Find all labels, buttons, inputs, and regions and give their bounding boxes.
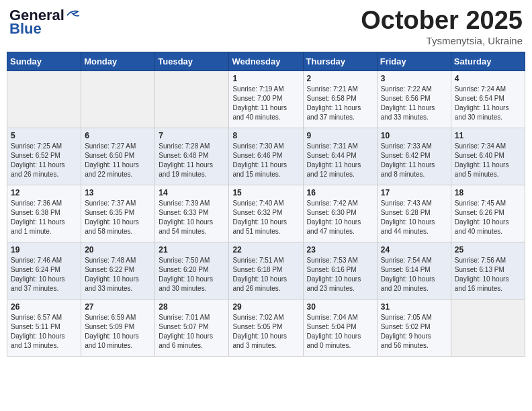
calendar-week-4: 19Sunrise: 7:46 AM Sunset: 6:24 PM Dayli…: [7, 242, 525, 299]
day-info: Sunrise: 7:02 AM Sunset: 5:05 PM Dayligh…: [232, 313, 299, 351]
day-info: Sunrise: 7:33 AM Sunset: 6:42 PM Dayligh…: [381, 142, 447, 179]
day-info: Sunrise: 7:42 AM Sunset: 6:30 PM Dayligh…: [307, 199, 373, 236]
day-number: 25: [455, 245, 521, 255]
day-info: Sunrise: 7:21 AM Sunset: 6:58 PM Dayligh…: [307, 85, 373, 122]
day-number: 28: [159, 302, 225, 312]
calendar-cell: 24Sunrise: 7:54 AM Sunset: 6:14 PM Dayli…: [377, 242, 451, 299]
day-number: 19: [11, 245, 77, 255]
day-info: Sunrise: 7:01 AM Sunset: 5:07 PM Dayligh…: [159, 313, 225, 351]
weekday-header-sunday: Sunday: [7, 52, 81, 71]
calendar-cell: [7, 71, 81, 128]
day-number: 18: [455, 188, 521, 197]
calendar-cell: 13Sunrise: 7:37 AM Sunset: 6:35 PM Dayli…: [81, 185, 155, 242]
title-block: October 2025 Tysmenytsia, Ukraine: [361, 7, 523, 46]
calendar-cell: 7Sunrise: 7:28 AM Sunset: 6:48 PM Daylig…: [155, 128, 229, 185]
day-info: Sunrise: 7:31 AM Sunset: 6:44 PM Dayligh…: [307, 142, 373, 179]
calendar-cell: 28Sunrise: 7:01 AM Sunset: 5:07 PM Dayli…: [155, 299, 229, 356]
calendar-cell: 2Sunrise: 7:21 AM Sunset: 6:58 PM Daylig…: [303, 71, 377, 128]
calendar-week-2: 5Sunrise: 7:25 AM Sunset: 6:52 PM Daylig…: [7, 128, 525, 185]
weekday-header-saturday: Saturday: [451, 52, 525, 71]
calendar-cell: 17Sunrise: 7:43 AM Sunset: 6:28 PM Dayli…: [377, 185, 451, 242]
day-number: 1: [232, 74, 299, 83]
day-number: 3: [381, 74, 447, 83]
day-info: Sunrise: 7:25 AM Sunset: 6:52 PM Dayligh…: [11, 142, 77, 179]
day-info: Sunrise: 7:43 AM Sunset: 6:28 PM Dayligh…: [381, 199, 447, 236]
calendar-cell: 8Sunrise: 7:30 AM Sunset: 6:46 PM Daylig…: [229, 128, 303, 185]
day-number: 24: [381, 245, 447, 255]
calendar-cell: 11Sunrise: 7:34 AM Sunset: 6:40 PM Dayli…: [451, 128, 525, 185]
calendar-cell: 26Sunrise: 6:57 AM Sunset: 5:11 PM Dayli…: [7, 299, 81, 356]
day-number: 10: [381, 131, 447, 140]
weekday-header-row: SundayMondayTuesdayWednesdayThursdayFrid…: [7, 52, 525, 71]
calendar-cell: 21Sunrise: 7:50 AM Sunset: 6:20 PM Dayli…: [155, 242, 229, 299]
calendar-cell: 27Sunrise: 6:59 AM Sunset: 5:09 PM Dayli…: [81, 299, 155, 356]
day-info: Sunrise: 6:59 AM Sunset: 5:09 PM Dayligh…: [85, 313, 151, 351]
day-number: 29: [232, 302, 299, 312]
calendar-cell: 25Sunrise: 7:56 AM Sunset: 6:13 PM Dayli…: [451, 242, 525, 299]
weekday-header-wednesday: Wednesday: [229, 52, 303, 71]
day-number: 15: [232, 188, 299, 197]
day-number: 7: [159, 131, 225, 140]
day-info: Sunrise: 7:30 AM Sunset: 6:46 PM Dayligh…: [232, 142, 299, 179]
day-number: 2: [307, 74, 373, 83]
day-number: 17: [381, 188, 447, 197]
day-number: 14: [159, 188, 225, 197]
day-number: 31: [381, 302, 447, 312]
calendar-cell: 3Sunrise: 7:22 AM Sunset: 6:56 PM Daylig…: [377, 71, 451, 128]
location: Tysmenytsia, Ukraine: [361, 35, 523, 46]
day-number: 22: [232, 245, 299, 255]
month-title: October 2025: [361, 7, 523, 35]
day-number: 30: [307, 302, 373, 312]
calendar-cell: 22Sunrise: 7:51 AM Sunset: 6:18 PM Dayli…: [229, 242, 303, 299]
weekday-header-thursday: Thursday: [303, 52, 377, 71]
day-number: 4: [455, 74, 521, 83]
day-number: 26: [11, 302, 77, 312]
logo-blue: Blue: [9, 20, 42, 38]
calendar-cell: 6Sunrise: 7:27 AM Sunset: 6:50 PM Daylig…: [81, 128, 155, 185]
day-info: Sunrise: 7:39 AM Sunset: 6:33 PM Dayligh…: [159, 199, 225, 236]
calendar-cell: [81, 71, 155, 128]
day-number: 27: [85, 302, 151, 312]
calendar-cell: 20Sunrise: 7:48 AM Sunset: 6:22 PM Dayli…: [81, 242, 155, 299]
day-info: Sunrise: 7:46 AM Sunset: 6:24 PM Dayligh…: [11, 256, 77, 293]
weekday-header-tuesday: Tuesday: [155, 52, 229, 71]
weekday-header-friday: Friday: [377, 52, 451, 71]
day-info: Sunrise: 7:05 AM Sunset: 5:02 PM Dayligh…: [381, 313, 447, 351]
day-info: Sunrise: 7:48 AM Sunset: 6:22 PM Dayligh…: [85, 256, 151, 293]
calendar-cell: 23Sunrise: 7:53 AM Sunset: 6:16 PM Dayli…: [303, 242, 377, 299]
day-number: 21: [159, 245, 225, 255]
weekday-header-monday: Monday: [81, 52, 155, 71]
day-number: 16: [307, 188, 373, 197]
calendar-cell: 10Sunrise: 7:33 AM Sunset: 6:42 PM Dayli…: [377, 128, 451, 185]
calendar-cell: 29Sunrise: 7:02 AM Sunset: 5:05 PM Dayli…: [229, 299, 303, 356]
calendar-cell: 4Sunrise: 7:24 AM Sunset: 6:54 PM Daylig…: [451, 71, 525, 128]
day-number: 12: [11, 188, 77, 197]
day-number: 8: [232, 131, 299, 140]
day-info: Sunrise: 7:04 AM Sunset: 5:04 PM Dayligh…: [307, 313, 373, 351]
calendar-week-3: 12Sunrise: 7:36 AM Sunset: 6:38 PM Dayli…: [7, 185, 525, 242]
calendar-week-5: 26Sunrise: 6:57 AM Sunset: 5:11 PM Dayli…: [7, 299, 525, 356]
day-info: Sunrise: 7:37 AM Sunset: 6:35 PM Dayligh…: [85, 199, 151, 236]
calendar-cell: 12Sunrise: 7:36 AM Sunset: 6:38 PM Dayli…: [7, 185, 81, 242]
day-info: Sunrise: 7:22 AM Sunset: 6:56 PM Dayligh…: [381, 85, 447, 122]
day-info: Sunrise: 7:24 AM Sunset: 6:54 PM Dayligh…: [455, 85, 521, 122]
day-info: Sunrise: 7:34 AM Sunset: 6:40 PM Dayligh…: [455, 142, 521, 179]
day-info: Sunrise: 7:28 AM Sunset: 6:48 PM Dayligh…: [159, 142, 225, 179]
calendar-cell: [155, 71, 229, 128]
calendar-table: SundayMondayTuesdayWednesdayThursdayFrid…: [7, 52, 525, 357]
day-info: Sunrise: 6:57 AM Sunset: 5:11 PM Dayligh…: [11, 313, 77, 351]
logo-bird-icon: [66, 9, 81, 19]
day-number: 13: [85, 188, 151, 197]
page-header: General Blue October 2025 Tysmenytsia, U…: [7, 7, 525, 46]
day-number: 23: [307, 245, 373, 255]
day-number: 11: [455, 131, 521, 140]
day-number: 5: [11, 131, 77, 140]
calendar-cell: 9Sunrise: 7:31 AM Sunset: 6:44 PM Daylig…: [303, 128, 377, 185]
day-info: Sunrise: 7:53 AM Sunset: 6:16 PM Dayligh…: [307, 256, 373, 293]
calendar-cell: 15Sunrise: 7:40 AM Sunset: 6:32 PM Dayli…: [229, 185, 303, 242]
calendar-week-1: 1Sunrise: 7:19 AM Sunset: 7:00 PM Daylig…: [7, 71, 525, 128]
day-info: Sunrise: 7:56 AM Sunset: 6:13 PM Dayligh…: [455, 256, 521, 293]
day-info: Sunrise: 7:36 AM Sunset: 6:38 PM Dayligh…: [11, 199, 77, 236]
day-number: 20: [85, 245, 151, 255]
day-number: 9: [307, 131, 373, 140]
